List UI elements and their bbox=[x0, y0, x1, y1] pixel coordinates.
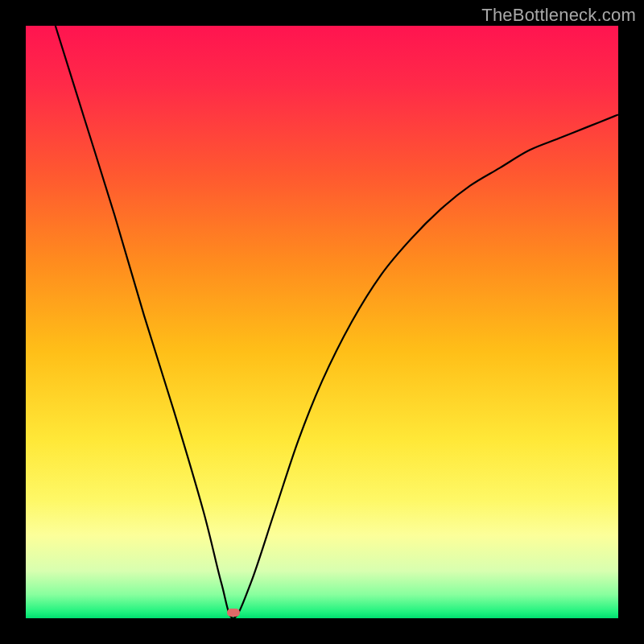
bottleneck-curve bbox=[56, 26, 618, 618]
watermark-text: TheBottleneck.com bbox=[481, 5, 636, 26]
minimum-marker bbox=[227, 609, 240, 617]
chart-frame: TheBottleneck.com bbox=[0, 0, 644, 644]
plot-area bbox=[26, 26, 618, 618]
curve-svg bbox=[26, 26, 618, 618]
